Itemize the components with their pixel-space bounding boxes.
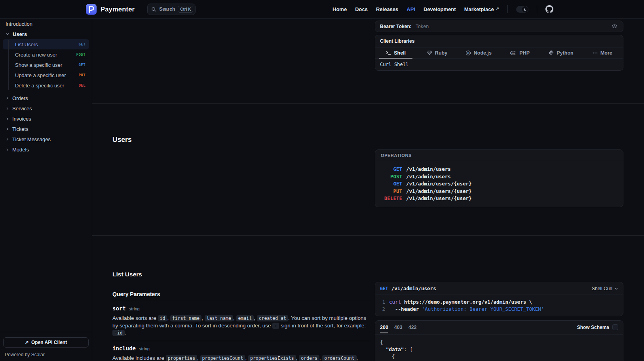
sidebar-group-label: Users (13, 31, 27, 37)
nav-link-development[interactable]: Development (424, 6, 456, 12)
client-libraries-title: Client Libraries (375, 35, 623, 47)
inline-code: last_name (205, 315, 233, 321)
sidebar-item-label: Orders (12, 95, 28, 101)
operation-row[interactable]: GET/v1/admin/users (381, 166, 617, 173)
operations-title: OPERATIONS (375, 150, 623, 161)
open-api-client-label: Open API Client (31, 340, 67, 345)
chevron-right-icon (6, 138, 9, 141)
inline-code: propertiesExists (248, 355, 296, 361)
sidebar-group-users[interactable]: Users (0, 29, 92, 39)
status-tab-403[interactable]: 403 (394, 325, 403, 330)
nav-link-releases[interactable]: Releases (376, 6, 398, 12)
github-icon[interactable] (545, 5, 553, 13)
external-link-icon: ↗ (496, 6, 499, 11)
tab-label: Python (557, 50, 573, 56)
json-token: { (380, 339, 383, 346)
sidebar-item-list-users[interactable]: List UsersGET (3, 39, 89, 49)
sidebar-item-invoices[interactable]: Invoices (0, 113, 92, 124)
client-selector-dropdown[interactable]: Shell Curl (592, 286, 618, 291)
chevron-right-icon (6, 96, 9, 100)
operation-method: GET (381, 180, 402, 188)
sidebar-item-ticket-messages[interactable]: Ticket Messages (0, 134, 92, 144)
search-label: Search (159, 6, 175, 12)
json-token: { (380, 353, 395, 360)
brand-name: Paymenter (101, 6, 135, 13)
brand-link[interactable]: Paymenter (86, 4, 135, 15)
tab-label: Node.js (474, 50, 492, 56)
sidebar-item-introduction[interactable]: Introduction (0, 19, 92, 29)
open-api-client-button[interactable]: ↗ Open API Client (3, 337, 89, 348)
method-badge: POST (76, 53, 85, 57)
param-header: includestring (112, 345, 371, 352)
client-libraries-tabs: ShellRubyJSNode.jsphpPHPPythonMore (375, 47, 623, 59)
show-schema-checkbox[interactable] (612, 324, 618, 330)
tab-more[interactable]: More (582, 47, 623, 58)
show-schema-label: Show Schema (577, 325, 609, 330)
nav-link-api[interactable]: API (407, 6, 415, 12)
tab-python[interactable]: Python (540, 47, 581, 58)
tab-node-js[interactable]: JSNode.js (458, 47, 499, 58)
chevron-right-icon (6, 127, 9, 131)
json-line: { (380, 353, 618, 360)
nav-link-docs[interactable]: Docs (355, 6, 368, 12)
nav-link-home[interactable]: Home (332, 6, 347, 12)
operation-row[interactable]: GET/v1/admin/users/{user} (381, 180, 617, 188)
sidebar-item-label: Ticket Messages (12, 136, 51, 142)
theme-toggle[interactable] (516, 6, 528, 13)
sidebar-item-label: Introduction (6, 21, 32, 27)
powered-by-scalar-link[interactable]: Powered by Scalar (3, 352, 89, 357)
code-line: 1curl https://demo.paymenter.org/v1/admi… (380, 299, 618, 306)
query-parameters-title: Query Parameters (112, 291, 371, 297)
nav-link-marketplace[interactable]: Marketplace↗ (464, 6, 499, 12)
request-method: GET (380, 286, 388, 291)
bearer-token-panel: Bearer Token: (375, 21, 623, 32)
code-token: https://demo.paymenter.org/v1/admin/user… (404, 299, 532, 306)
more-icon (593, 52, 598, 54)
sidebar-item-models[interactable]: Models (0, 144, 92, 155)
section-divider (92, 235, 644, 236)
search-input[interactable]: Search Ctrl K (147, 4, 196, 15)
tab-php[interactable]: phpPHP (499, 47, 540, 58)
param-include: includestringAvailable includes are prop… (112, 341, 371, 361)
sidebar-item-show-a-specific-user[interactable]: Show a specific userGET (0, 60, 92, 70)
operation-path: /v1/admin/users (406, 173, 451, 181)
operation-row[interactable]: PUT/v1/admin/users/{user} (381, 188, 617, 195)
operation-path: /v1/admin/users (406, 166, 451, 173)
status-tab-422[interactable]: 422 (408, 325, 417, 330)
operation-row[interactable]: DELETE/v1/admin/users/{user} (381, 195, 617, 202)
sidebar-item-services[interactable]: Services (0, 103, 92, 113)
sidebar-item-orders[interactable]: Orders (0, 93, 92, 103)
operation-path: /v1/admin/users/{user} (406, 180, 472, 188)
sidebar-item-label: List Users (15, 42, 38, 47)
sidebar-item-update-a-specific-user[interactable]: Update a specific userPUT (0, 70, 92, 80)
chevron-down-icon (6, 32, 9, 36)
inline-code: created_at (257, 315, 288, 321)
json-line: { (380, 339, 618, 346)
nav-link-label: API (407, 6, 415, 12)
svg-text:php: php (512, 52, 515, 54)
sidebar-item-create-a-new-user[interactable]: Create a new userPOST (0, 49, 92, 60)
nodejs-icon: JS (465, 50, 471, 56)
tab-label: More (600, 50, 612, 56)
operation-row[interactable]: POST/v1/admin/users (381, 173, 617, 181)
client-selector-label: Shell Curl (592, 286, 612, 291)
client-libraries-panel: Client Libraries ShellRubyJSNode.jsphpPH… (375, 35, 623, 71)
top-navbar: Paymenter Search Ctrl K HomeDocsReleases… (0, 0, 644, 19)
chevron-right-icon (6, 148, 9, 151)
show-schema-toggle: Show Schema (577, 324, 618, 330)
param-description: Available sorts are id, first_name, last… (112, 315, 371, 337)
sidebar-item-delete-a-specific-user[interactable]: Delete a specific userDEL (0, 80, 92, 91)
tab-shell[interactable]: Shell (375, 47, 416, 58)
sidebar-item-label: Show a specific user (15, 62, 62, 68)
sidebar-item-tickets[interactable]: Tickets (0, 124, 92, 134)
eye-icon[interactable] (611, 23, 618, 30)
method-badge: GET (79, 63, 85, 67)
tab-ruby[interactable]: Ruby (416, 47, 458, 58)
status-tab-200[interactable]: 200 (380, 325, 388, 330)
list-users-title: List Users (112, 271, 371, 278)
operation-method: DELETE (381, 195, 402, 202)
code-token: 'Authorization: Bearer YOUR_SECRET_TOKEN… (422, 306, 544, 313)
nav-link-label: Marketplace (464, 6, 494, 12)
users-section-title: Users (112, 136, 132, 144)
bearer-token-input[interactable] (415, 23, 608, 30)
